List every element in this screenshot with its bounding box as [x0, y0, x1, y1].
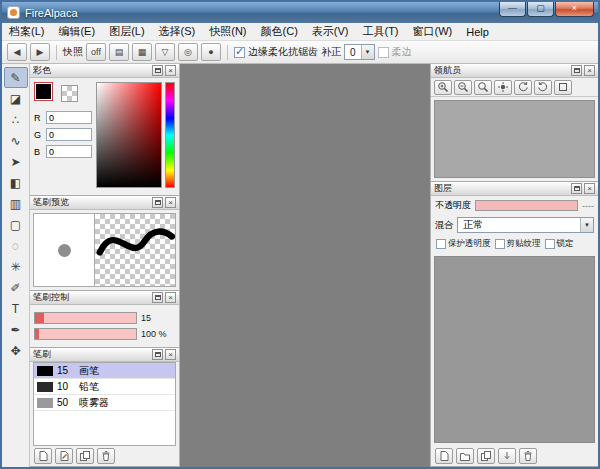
- brush-size: 10: [57, 381, 75, 392]
- navigator-header[interactable]: 领航员 ×: [431, 64, 598, 78]
- float-panel-button[interactable]: [152, 292, 163, 303]
- brush-list-item[interactable]: 50 喷雾器: [34, 395, 175, 411]
- brush-preview-body: [30, 210, 179, 290]
- prev-snapshot-button[interactable]: ◀: [7, 43, 27, 61]
- brush-list-item[interactable]: 15 画笔: [34, 363, 175, 379]
- close-panel-button[interactable]: ×: [165, 349, 176, 360]
- new-folder-button[interactable]: [456, 448, 474, 464]
- close-panel-button[interactable]: ×: [165, 197, 176, 208]
- correction-dropdown[interactable]: 0 ▼: [344, 44, 375, 60]
- brush-control-header[interactable]: 笔刷控制 ×: [30, 291, 179, 305]
- select-pen-tool[interactable]: ✐: [4, 277, 28, 298]
- navigator-preview[interactable]: [434, 100, 595, 178]
- close-button[interactable]: ×: [555, 2, 594, 17]
- minimize-button[interactable]: —: [499, 2, 526, 17]
- menu-color[interactable]: 颜色(C): [254, 23, 305, 40]
- snap-cross-icon[interactable]: ▦: [132, 43, 152, 61]
- layer-list[interactable]: [434, 256, 595, 443]
- float-panel-button[interactable]: [571, 183, 582, 194]
- close-panel-button[interactable]: ×: [165, 292, 176, 303]
- gradient-tool[interactable]: ▥: [4, 193, 28, 214]
- close-panel-button[interactable]: ×: [165, 65, 176, 76]
- titlebar[interactable]: FireAlpaca — ▢ ×: [2, 2, 598, 23]
- clipping-checkbox[interactable]: [495, 239, 505, 249]
- brush-list-item[interactable]: 10 铅笔: [34, 379, 175, 395]
- close-panel-button[interactable]: ×: [584, 65, 595, 76]
- eraser-tool[interactable]: ◪: [4, 88, 28, 109]
- duplicate-brush-button[interactable]: [76, 448, 94, 464]
- reset-view-button[interactable]: [554, 80, 572, 95]
- eyedropper-tool[interactable]: ✒: [4, 319, 28, 340]
- brush-size-slider[interactable]: [34, 312, 137, 324]
- canvas-area[interactable]: [180, 64, 430, 467]
- menu-view[interactable]: 表示(V): [305, 23, 356, 40]
- airbrush-tool[interactable]: ∴: [4, 109, 28, 130]
- delete-brush-button[interactable]: [97, 448, 115, 464]
- select-rect-tool[interactable]: ▢: [4, 214, 28, 235]
- snap-parallel-icon[interactable]: ▤: [109, 43, 129, 61]
- fill-tool[interactable]: ◧: [4, 172, 28, 193]
- float-panel-button[interactable]: [152, 349, 163, 360]
- zoom-reset-button[interactable]: [474, 80, 492, 95]
- edit-brush-button[interactable]: [55, 448, 73, 464]
- blue-channel-label: B: [34, 147, 43, 157]
- zoom-in-button[interactable]: [434, 80, 452, 95]
- layer-opacity-slider[interactable]: [475, 200, 578, 211]
- merge-layer-button[interactable]: [498, 448, 516, 464]
- add-brush-button[interactable]: [34, 448, 52, 464]
- smudge-tool[interactable]: ∿: [4, 130, 28, 151]
- hue-slider[interactable]: [165, 82, 175, 188]
- delete-layer-button[interactable]: [519, 448, 537, 464]
- move-tool[interactable]: ➤: [4, 151, 28, 172]
- color-panel-header[interactable]: 彩色 ×: [30, 64, 179, 78]
- foreground-color-swatch[interactable]: [35, 83, 52, 100]
- new-layer-button[interactable]: [435, 448, 453, 464]
- layer-panel-header[interactable]: 图层 ×: [431, 182, 598, 196]
- rotate-cw-button[interactable]: [534, 80, 552, 95]
- menu-layer[interactable]: 图层(L): [102, 23, 151, 40]
- menu-file[interactable]: 档案(L): [2, 23, 51, 40]
- brush-preview-header[interactable]: 笔刷预览 ×: [30, 196, 179, 210]
- blend-mode-dropdown[interactable]: 正常 ▼: [457, 217, 594, 233]
- saturation-value-picker[interactable]: [96, 82, 162, 188]
- close-panel-button[interactable]: ×: [584, 183, 595, 194]
- snap-concentric-icon[interactable]: ◎: [178, 43, 198, 61]
- menu-snapshot[interactable]: 快照(N): [202, 23, 253, 40]
- menu-tools[interactable]: 工具(T): [355, 23, 405, 40]
- pen-tool[interactable]: ✎: [4, 67, 28, 88]
- rotate-ccw-button[interactable]: [514, 80, 532, 95]
- snap-vanishing-icon[interactable]: ▽: [155, 43, 175, 61]
- menu-edit[interactable]: 编辑(E): [51, 23, 102, 40]
- snap-radial-icon[interactable]: ●: [201, 43, 221, 61]
- hand-tool[interactable]: ✥: [4, 340, 28, 361]
- text-tool[interactable]: T: [4, 298, 28, 319]
- soft-edge-checkbox[interactable]: [378, 47, 389, 58]
- float-panel-button[interactable]: [571, 65, 582, 76]
- duplicate-layer-button[interactable]: [477, 448, 495, 464]
- float-panel-button[interactable]: [152, 197, 163, 208]
- antialias-checkbox[interactable]: [234, 47, 245, 58]
- blue-channel-input[interactable]: 0: [46, 145, 92, 158]
- magic-wand-tool[interactable]: ✳: [4, 256, 28, 277]
- float-panel-button[interactable]: [152, 65, 163, 76]
- zoom-out-button[interactable]: [454, 80, 472, 95]
- maximize-button[interactable]: ▢: [527, 2, 554, 17]
- snap-off-button[interactable]: off: [86, 43, 106, 61]
- protect-alpha-checkbox[interactable]: [436, 239, 446, 249]
- antialias-label: 边缘柔化抗锯齿: [248, 45, 318, 59]
- menu-window[interactable]: 窗口(W): [406, 23, 460, 40]
- transparent-color-swatch[interactable]: [61, 85, 78, 102]
- brightness-button[interactable]: [494, 80, 512, 95]
- brush-panel-header[interactable]: 笔刷 ×: [30, 348, 179, 362]
- brush-tip-preview: [33, 213, 95, 287]
- window-title: FireAlpaca: [25, 7, 78, 19]
- lock-checkbox[interactable]: [545, 239, 555, 249]
- green-channel-input[interactable]: 0: [46, 128, 92, 141]
- red-channel-input[interactable]: 0: [46, 111, 92, 124]
- menu-help[interactable]: Help: [459, 23, 496, 40]
- float-icon: [155, 352, 161, 357]
- lasso-tool[interactable]: ◌: [4, 235, 28, 256]
- menu-select[interactable]: 选择(S): [152, 23, 203, 40]
- next-snapshot-button[interactable]: ▶: [30, 43, 50, 61]
- brush-opacity-slider[interactable]: [34, 328, 137, 340]
